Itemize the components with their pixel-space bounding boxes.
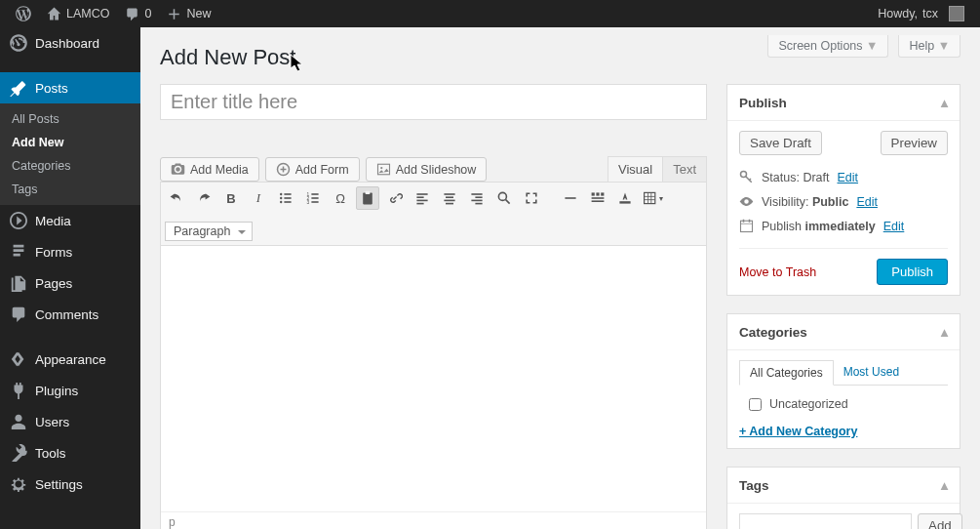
undo-button[interactable]: [165, 186, 188, 210]
align-center-button[interactable]: [438, 186, 461, 210]
edit-status-link[interactable]: Edit: [838, 171, 859, 184]
submenu-add-new[interactable]: Add New: [0, 131, 140, 154]
svg-rect-20: [416, 203, 423, 205]
add-form-button[interactable]: Add Form: [265, 157, 360, 182]
save-draft-button[interactable]: Save Draft: [739, 131, 822, 155]
editor-tab-text[interactable]: Text: [662, 156, 707, 182]
plugin-icon: [10, 382, 27, 399]
format-select[interactable]: Paragraph: [165, 222, 253, 241]
wp-logo[interactable]: [8, 0, 39, 27]
paste-button[interactable]: [356, 186, 379, 210]
help-button[interactable]: Help ▼: [898, 35, 960, 58]
add-slideshow-button[interactable]: Add Slideshow: [366, 157, 488, 182]
ol-button[interactable]: 123: [301, 186, 325, 210]
toolbar-toggle-button[interactable]: [586, 186, 609, 210]
menu-appearance[interactable]: Appearance: [0, 344, 140, 375]
add-media-button[interactable]: Add Media: [160, 157, 259, 182]
preview-button[interactable]: Preview: [881, 131, 948, 155]
submenu-all-posts[interactable]: All Posts: [0, 107, 140, 131]
toolbar-comments[interactable]: 0: [117, 0, 159, 27]
svg-rect-4: [284, 193, 291, 195]
align-center-icon: [442, 190, 457, 206]
cat-tab-all[interactable]: All Categories: [739, 360, 834, 386]
align-left-button[interactable]: [411, 186, 434, 210]
ul-button[interactable]: [274, 186, 297, 210]
key-icon: [739, 170, 754, 184]
menu-dashboard[interactable]: Dashboard: [0, 27, 140, 59]
menu-plugins[interactable]: Plugins: [0, 375, 140, 406]
submenu-categories[interactable]: Categories: [0, 154, 140, 178]
tags-input[interactable]: [739, 513, 912, 529]
align-left-icon: [414, 190, 430, 206]
redo-icon: [196, 190, 212, 206]
svg-rect-36: [619, 201, 630, 203]
menu-settings[interactable]: Settings: [0, 468, 140, 500]
menu-forms[interactable]: Forms: [0, 236, 140, 267]
toolbar-new[interactable]: New: [159, 0, 218, 27]
post-title-input[interactable]: [160, 84, 707, 120]
menu-forms-label: Forms: [35, 245, 72, 260]
svg-rect-1: [377, 164, 389, 175]
form-icon: [276, 162, 291, 177]
svg-rect-24: [446, 203, 453, 205]
hr-button[interactable]: [559, 186, 582, 210]
svg-rect-33: [601, 192, 604, 195]
menu-media[interactable]: Media: [0, 205, 140, 236]
svg-rect-15: [363, 192, 372, 204]
menu-tools-label: Tools: [35, 446, 66, 461]
edit-schedule-link[interactable]: Edit: [883, 220, 905, 233]
screen-options-button[interactable]: Screen Options ▼: [767, 35, 888, 58]
tags-heading[interactable]: Tags▴: [727, 468, 960, 504]
menu-posts[interactable]: Posts: [0, 72, 140, 103]
svg-rect-19: [416, 200, 427, 202]
publish-heading[interactable]: Publish▴: [727, 85, 960, 121]
schedule-row: Publish immediately Edit: [739, 214, 948, 238]
fullscreen-button[interactable]: [520, 186, 543, 210]
specialchar-button[interactable]: Ω: [329, 186, 352, 210]
svg-rect-28: [475, 203, 482, 205]
italic-button[interactable]: I: [247, 186, 270, 210]
toolbar-account[interactable]: Howdy, tcx: [870, 0, 972, 27]
svg-rect-43: [741, 221, 753, 231]
hr-icon: [563, 190, 578, 206]
submenu-tags[interactable]: Tags: [0, 178, 140, 201]
cat-tab-most-used[interactable]: Most Used: [834, 360, 909, 385]
category-item[interactable]: Uncategorized: [749, 397, 938, 411]
edit-visibility-link[interactable]: Edit: [856, 195, 878, 209]
categories-heading[interactable]: Categories▴: [727, 314, 960, 350]
add-tag-button[interactable]: Add: [918, 513, 962, 529]
search-button[interactable]: [492, 186, 516, 210]
comments-count: 0: [144, 7, 151, 20]
align-right-button[interactable]: [465, 186, 489, 210]
editor-tab-visual[interactable]: Visual: [608, 156, 663, 182]
menu-comments[interactable]: Comments: [0, 299, 140, 330]
svg-point-29: [498, 192, 506, 200]
fullscreen-icon: [524, 190, 539, 206]
menu-pages[interactable]: Pages: [0, 267, 140, 299]
category-checkbox[interactable]: [749, 398, 762, 411]
svg-point-2: [380, 167, 382, 169]
move-to-trash-link[interactable]: Move to Trash: [739, 265, 816, 279]
admin-menu: Dashboard Posts All Posts Add New Catego…: [0, 27, 140, 529]
svg-rect-10: [311, 193, 318, 195]
text-color-button[interactable]: [613, 186, 637, 210]
wordpress-icon: [16, 6, 31, 21]
ol-icon: 123: [305, 190, 321, 206]
editor-body[interactable]: [161, 246, 706, 511]
toolbar-site-link[interactable]: LAMCO: [39, 0, 117, 27]
add-new-category-link[interactable]: + Add New Category: [739, 419, 857, 438]
svg-point-5: [280, 197, 282, 199]
posts-submenu: All Posts Add New Categories Tags: [0, 103, 140, 205]
link-button[interactable]: [383, 186, 407, 210]
bold-button[interactable]: B: [219, 186, 243, 210]
kitchen-sink-icon: [590, 190, 606, 206]
table-button[interactable]: ▾: [641, 186, 664, 210]
menu-users-label: Users: [35, 415, 69, 429]
menu-tools[interactable]: Tools: [0, 437, 140, 468]
menu-users[interactable]: Users: [0, 406, 140, 437]
publish-button[interactable]: Publish: [877, 259, 948, 285]
svg-rect-35: [592, 200, 605, 202]
plus-icon: [167, 7, 181, 21]
calendar-icon: [739, 219, 754, 233]
redo-button[interactable]: [192, 186, 216, 210]
